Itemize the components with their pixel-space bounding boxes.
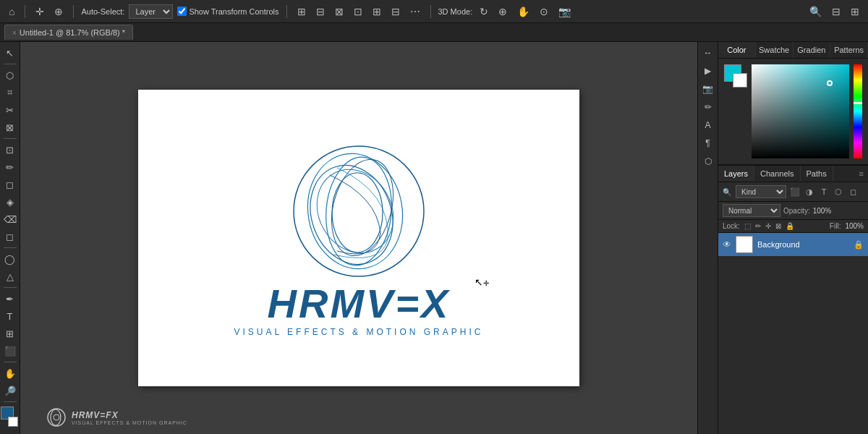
transform-controls-checkbox[interactable] (177, 7, 187, 16)
tool-gradient[interactable]: ◻ (2, 229, 18, 244)
color-picker[interactable] (752, 64, 849, 158)
select-icon[interactable]: ⊕ (51, 4, 66, 19)
workspace-icon[interactable]: ⊞ (848, 4, 862, 19)
tool-blur[interactable]: ◯ (2, 251, 18, 267)
layers-list: 👁 Background 🔒 (718, 233, 868, 434)
tool-brush[interactable]: ✏ (2, 159, 18, 175)
more-icon[interactable]: ⋯ (407, 4, 423, 19)
tab-channels[interactable]: Channels (754, 166, 800, 182)
camera-icon[interactable]: 📷 (556, 4, 574, 19)
tool-eyedropper[interactable]: ⊠ (2, 119, 18, 135)
tool-dodge[interactable]: △ (2, 268, 18, 284)
tab-patterns[interactable]: Patterns (830, 42, 868, 58)
toolbar-separator (25, 5, 25, 18)
color-panel-tabs: Color Swatche Gradien Patterns (718, 42, 868, 59)
tool-eraser[interactable]: ⌫ (2, 211, 18, 227)
type-filter-icon[interactable]: T (818, 186, 830, 197)
color-panel: Color Swatche Gradien Patterns (718, 42, 868, 165)
lock-all-icon[interactable]: 🔒 (786, 222, 794, 230)
tab-swatche[interactable]: Swatche (756, 42, 793, 58)
search-icon[interactable]: 🔍 (807, 4, 825, 19)
tool-separator3 (4, 247, 17, 248)
watermark-sub: VISUAL EFFECTS & MOTION GRAPHIC (72, 420, 187, 425)
svg-point-0 (294, 146, 424, 276)
rtool-text[interactable]: A (700, 117, 716, 133)
home-icon[interactable]: ⌂ (6, 4, 17, 19)
tool-zoom[interactable]: 🔎 (2, 383, 18, 399)
canvas-document[interactable]: HRMV=X VISUAL EFFECTS & MOTION GRAPHIC ↖… (138, 90, 579, 386)
tab-close-icon[interactable]: × (12, 29, 17, 37)
tab-paths[interactable]: Paths (801, 166, 833, 182)
tool-pen[interactable]: ✒ (2, 291, 18, 307)
view-icon[interactable]: ⊟ (829, 4, 843, 19)
reset-icon[interactable]: ⊙ (537, 4, 551, 19)
rtool-edit[interactable]: ✏ (700, 99, 716, 115)
fg-bg-colors[interactable] (724, 64, 747, 88)
align-icon-4[interactable]: ⊡ (351, 4, 365, 19)
lock-row: Lock: ⬚ ✏ ✛ ⊠ 🔒 Fill: 100% (718, 220, 868, 233)
opacity-value[interactable]: 100% (813, 207, 835, 215)
tool-separator (4, 64, 17, 64)
transform-controls-label[interactable]: Show Transform Controls (177, 7, 278, 16)
canvas-area[interactable]: HRMV=X VISUAL EFFECTS & MOTION GRAPHIC ↖… (20, 42, 697, 434)
tool-marquee[interactable]: ⬡ (2, 67, 18, 83)
pan-icon[interactable]: ✋ (514, 4, 532, 19)
fill-value[interactable]: 100% (845, 222, 864, 230)
align-icon-5[interactable]: ⊞ (370, 4, 384, 19)
lock-transparent-icon[interactable]: ⬚ (744, 222, 751, 230)
tab-gradient[interactable]: Gradien (793, 42, 831, 58)
tool-type[interactable]: T (2, 308, 18, 324)
align-icon-3[interactable]: ⊠ (332, 4, 346, 19)
layer-row[interactable]: 👁 Background 🔒 (718, 233, 868, 256)
opacity-label: Opacity: (783, 207, 810, 215)
hue-marker (854, 102, 862, 104)
layer-visibility-icon[interactable]: 👁 (723, 239, 731, 250)
tool-hand[interactable]: ✋ (2, 365, 18, 381)
rtool-play[interactable]: ▶ (700, 63, 716, 79)
adjustment-filter-icon[interactable]: ◑ (804, 186, 815, 197)
watermark-icon (46, 407, 67, 428)
tab-layers[interactable]: Layers (718, 166, 754, 182)
rtool-move[interactable]: ↔ (700, 45, 716, 61)
tool-clone[interactable]: ◻ (2, 176, 18, 192)
kind-label: 🔍 (723, 188, 731, 196)
logo-main-text: HRMV=X (234, 284, 484, 324)
tool-lasso[interactable]: ⌗ (2, 85, 18, 101)
lock-pixels-icon[interactable]: ✏ (755, 222, 761, 230)
tool-history[interactable]: ◈ (2, 194, 18, 210)
tool-shape[interactable]: ⬛ (2, 343, 18, 359)
rotate-icon[interactable]: ↻ (477, 4, 491, 19)
smartobj-filter-icon[interactable]: ◻ (847, 186, 859, 197)
tool-crop[interactable]: ✂ (2, 102, 18, 118)
tool-path[interactable]: ⊞ (2, 326, 18, 341)
shape-filter-icon[interactable]: ⬡ (833, 186, 844, 197)
tool-move[interactable]: ↖ (2, 45, 18, 61)
background-color[interactable] (733, 73, 747, 88)
rtool-camera[interactable]: 📷 (700, 81, 716, 97)
layers-panel: Layers Channels Paths ≡ 🔍 Kind ⬛ ◑ T ⬡ ◻… (718, 165, 868, 434)
fg-bg-swatch[interactable] (1, 407, 20, 427)
lock-artboard-icon[interactable]: ⊠ (775, 222, 781, 230)
auto-select-dropdown[interactable]: Layer Group (129, 4, 173, 19)
rtool-3d[interactable]: ⬡ (700, 153, 716, 169)
auto-select-label: Auto-Select: (81, 7, 124, 16)
lock-position-icon[interactable]: ✛ (765, 222, 771, 230)
tab-color[interactable]: Color (718, 42, 756, 58)
color-spectrum[interactable] (752, 64, 849, 158)
fill-label: Fill: (830, 222, 841, 230)
align-icon-6[interactable]: ⊟ (388, 4, 403, 19)
tool-heal[interactable]: ⊡ (2, 142, 18, 158)
layers-panel-menu[interactable]: ≡ (855, 166, 868, 182)
kind-dropdown[interactable]: Kind (736, 185, 786, 198)
pixel-filter-icon[interactable]: ⬛ (789, 186, 801, 197)
zoom-icon[interactable]: ⊕ (495, 4, 510, 19)
layer-name: Background (757, 240, 849, 249)
blend-mode-dropdown[interactable]: Normal Multiply Screen (723, 204, 780, 217)
main-area: ↖ ⬡ ⌗ ✂ ⊠ ⊡ ✏ ◻ ◈ ⌫ ◻ ◯ △ ✒ T ⊞ ⬛ ✋ 🔎 (0, 42, 868, 434)
document-tab[interactable]: × Untitled-1 @ 81.7% (RGB/8) * (4, 25, 133, 40)
align-icon-1[interactable]: ⊞ (294, 4, 309, 19)
rtool-paragraph[interactable]: ¶ (700, 135, 716, 151)
align-icon-2[interactable]: ⊟ (313, 4, 328, 19)
move-icon[interactable]: ✛ (33, 4, 47, 19)
hue-strip[interactable] (854, 64, 862, 158)
